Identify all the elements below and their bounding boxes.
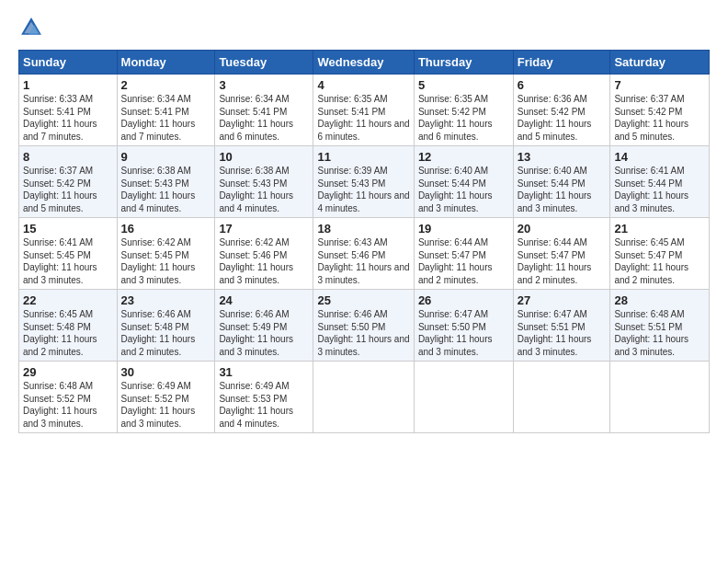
day-of-week-saturday: Saturday xyxy=(610,51,710,75)
cell-sunrise: Sunrise: 6:49 AMSunset: 5:52 PMDaylight:… xyxy=(121,381,196,429)
day-number: 3 xyxy=(219,78,309,92)
day-number: 16 xyxy=(121,222,211,236)
cell-sunrise: Sunrise: 6:42 AMSunset: 5:46 PMDaylight:… xyxy=(219,237,293,285)
cell-sunrise: Sunrise: 6:41 AMSunset: 5:44 PMDaylight:… xyxy=(614,166,688,213)
day-number: 4 xyxy=(317,78,409,92)
cell-sunrise: Sunrise: 6:44 AMSunset: 5:47 PMDaylight:… xyxy=(418,237,493,285)
day-number: 11 xyxy=(317,150,409,164)
day-number: 28 xyxy=(614,293,705,307)
calendar-cell-7: 7 Sunrise: 6:37 AMSunset: 5:42 PMDayligh… xyxy=(610,75,710,146)
calendar-cell-21: 21 Sunrise: 6:45 AMSunset: 5:47 PMDaylig… xyxy=(610,218,710,290)
day-of-week-sunday: Sunday xyxy=(19,51,118,75)
calendar-cell-17: 17 Sunrise: 6:42 AMSunset: 5:46 PMDaylig… xyxy=(215,218,313,290)
cell-sunrise: Sunrise: 6:46 AMSunset: 5:50 PMDaylight:… xyxy=(317,309,409,357)
cell-sunrise: Sunrise: 6:44 AMSunset: 5:47 PMDaylight:… xyxy=(518,237,592,285)
day-of-week-friday: Friday xyxy=(513,51,610,75)
day-number: 14 xyxy=(614,150,705,164)
calendar-cell-29: 29 Sunrise: 6:48 AMSunset: 5:52 PMDaylig… xyxy=(19,362,118,433)
cell-sunrise: Sunrise: 6:40 AMSunset: 5:44 PMDaylight:… xyxy=(518,166,592,213)
cell-sunrise: Sunrise: 6:38 AMSunset: 5:43 PMDaylight:… xyxy=(219,166,293,213)
calendar-cell-22: 22 Sunrise: 6:45 AMSunset: 5:48 PMDaylig… xyxy=(19,290,118,362)
logo xyxy=(18,15,48,40)
day-number: 18 xyxy=(317,222,409,236)
day-number: 27 xyxy=(518,293,607,307)
week-row-3: 15 Sunrise: 6:41 AMSunset: 5:45 PMDaylig… xyxy=(19,218,710,290)
day-number: 5 xyxy=(418,78,509,92)
calendar-cell-12: 12 Sunrise: 6:40 AMSunset: 5:44 PMDaylig… xyxy=(414,146,513,218)
week-row-5: 29 Sunrise: 6:48 AMSunset: 5:52 PMDaylig… xyxy=(19,362,710,433)
calendar-cell-26: 26 Sunrise: 6:47 AMSunset: 5:50 PMDaylig… xyxy=(414,290,513,362)
day-number: 2 xyxy=(121,78,211,92)
day-number: 7 xyxy=(614,78,705,92)
day-number: 31 xyxy=(219,365,309,379)
cell-sunrise: Sunrise: 6:43 AMSunset: 5:46 PMDaylight:… xyxy=(317,237,409,285)
calendar-cell-30: 30 Sunrise: 6:49 AMSunset: 5:52 PMDaylig… xyxy=(117,362,215,433)
calendar-cell-16: 16 Sunrise: 6:42 AMSunset: 5:45 PMDaylig… xyxy=(117,218,215,290)
calendar-cell-5: 5 Sunrise: 6:35 AMSunset: 5:42 PMDayligh… xyxy=(414,75,513,146)
day-number: 9 xyxy=(121,150,211,164)
calendar-header-row: SundayMondayTuesdayWednesdayThursdayFrid… xyxy=(19,51,710,75)
cell-sunrise: Sunrise: 6:34 AMSunset: 5:41 PMDaylight:… xyxy=(121,94,196,142)
cell-sunrise: Sunrise: 6:35 AMSunset: 5:42 PMDaylight:… xyxy=(418,94,493,142)
day-number: 10 xyxy=(219,150,309,164)
week-row-1: 1 Sunrise: 6:33 AMSunset: 5:41 PMDayligh… xyxy=(19,75,710,146)
calendar-table: SundayMondayTuesdayWednesdayThursdayFrid… xyxy=(18,50,710,433)
day-number: 17 xyxy=(219,222,309,236)
cell-sunrise: Sunrise: 6:41 AMSunset: 5:45 PMDaylight:… xyxy=(23,237,97,285)
cell-sunrise: Sunrise: 6:49 AMSunset: 5:53 PMDaylight:… xyxy=(219,381,293,429)
calendar-cell-8: 8 Sunrise: 6:37 AMSunset: 5:42 PMDayligh… xyxy=(19,146,118,218)
cell-sunrise: Sunrise: 6:45 AMSunset: 5:47 PMDaylight:… xyxy=(614,237,688,285)
empty-cell xyxy=(313,362,414,433)
cell-sunrise: Sunrise: 6:39 AMSunset: 5:43 PMDaylight:… xyxy=(317,166,409,213)
day-number: 8 xyxy=(23,150,113,164)
cell-sunrise: Sunrise: 6:42 AMSunset: 5:45 PMDaylight:… xyxy=(121,237,196,285)
header xyxy=(18,15,710,40)
day-number: 20 xyxy=(518,222,607,236)
cell-sunrise: Sunrise: 6:47 AMSunset: 5:51 PMDaylight:… xyxy=(518,309,592,357)
day-number: 30 xyxy=(121,365,211,379)
calendar-cell-31: 31 Sunrise: 6:49 AMSunset: 5:53 PMDaylig… xyxy=(215,362,313,433)
calendar-cell-18: 18 Sunrise: 6:43 AMSunset: 5:46 PMDaylig… xyxy=(313,218,414,290)
day-of-week-monday: Monday xyxy=(117,51,215,75)
calendar-cell-28: 28 Sunrise: 6:48 AMSunset: 5:51 PMDaylig… xyxy=(610,290,710,362)
day-number: 24 xyxy=(219,293,309,307)
calendar-cell-9: 9 Sunrise: 6:38 AMSunset: 5:43 PMDayligh… xyxy=(117,146,215,218)
day-number: 29 xyxy=(23,365,113,379)
empty-cell xyxy=(513,362,610,433)
day-of-week-thursday: Thursday xyxy=(414,51,513,75)
day-number: 12 xyxy=(418,150,509,164)
calendar-cell-2: 2 Sunrise: 6:34 AMSunset: 5:41 PMDayligh… xyxy=(117,75,215,146)
week-row-2: 8 Sunrise: 6:37 AMSunset: 5:42 PMDayligh… xyxy=(19,146,710,218)
empty-cell xyxy=(610,362,710,433)
calendar-cell-13: 13 Sunrise: 6:40 AMSunset: 5:44 PMDaylig… xyxy=(513,146,610,218)
day-number: 19 xyxy=(418,222,509,236)
cell-sunrise: Sunrise: 6:47 AMSunset: 5:50 PMDaylight:… xyxy=(418,309,493,357)
calendar-cell-3: 3 Sunrise: 6:34 AMSunset: 5:41 PMDayligh… xyxy=(215,75,313,146)
cell-sunrise: Sunrise: 6:40 AMSunset: 5:44 PMDaylight:… xyxy=(418,166,493,213)
day-number: 15 xyxy=(23,222,113,236)
cell-sunrise: Sunrise: 6:34 AMSunset: 5:41 PMDaylight:… xyxy=(219,94,293,142)
calendar-cell-23: 23 Sunrise: 6:46 AMSunset: 5:48 PMDaylig… xyxy=(117,290,215,362)
calendar-cell-1: 1 Sunrise: 6:33 AMSunset: 5:41 PMDayligh… xyxy=(19,75,118,146)
calendar-cell-15: 15 Sunrise: 6:41 AMSunset: 5:45 PMDaylig… xyxy=(19,218,118,290)
calendar-cell-25: 25 Sunrise: 6:46 AMSunset: 5:50 PMDaylig… xyxy=(313,290,414,362)
cell-sunrise: Sunrise: 6:35 AMSunset: 5:41 PMDaylight:… xyxy=(317,94,409,142)
calendar-cell-10: 10 Sunrise: 6:38 AMSunset: 5:43 PMDaylig… xyxy=(215,146,313,218)
day-number: 22 xyxy=(23,293,113,307)
cell-sunrise: Sunrise: 6:33 AMSunset: 5:41 PMDaylight:… xyxy=(23,94,97,142)
day-number: 23 xyxy=(121,293,211,307)
cell-sunrise: Sunrise: 6:37 AMSunset: 5:42 PMDaylight:… xyxy=(614,94,688,142)
cell-sunrise: Sunrise: 6:48 AMSunset: 5:51 PMDaylight:… xyxy=(614,309,688,357)
day-number: 21 xyxy=(614,222,705,236)
page: SundayMondayTuesdayWednesdayThursdayFrid… xyxy=(0,0,728,563)
cell-sunrise: Sunrise: 6:46 AMSunset: 5:49 PMDaylight:… xyxy=(219,309,293,357)
calendar-cell-19: 19 Sunrise: 6:44 AMSunset: 5:47 PMDaylig… xyxy=(414,218,513,290)
cell-sunrise: Sunrise: 6:37 AMSunset: 5:42 PMDaylight:… xyxy=(23,166,97,213)
week-row-4: 22 Sunrise: 6:45 AMSunset: 5:48 PMDaylig… xyxy=(19,290,710,362)
day-of-week-wednesday: Wednesday xyxy=(313,51,414,75)
day-number: 13 xyxy=(518,150,607,164)
cell-sunrise: Sunrise: 6:38 AMSunset: 5:43 PMDaylight:… xyxy=(121,166,196,213)
cell-sunrise: Sunrise: 6:48 AMSunset: 5:52 PMDaylight:… xyxy=(23,381,97,429)
calendar-cell-24: 24 Sunrise: 6:46 AMSunset: 5:49 PMDaylig… xyxy=(215,290,313,362)
cell-sunrise: Sunrise: 6:45 AMSunset: 5:48 PMDaylight:… xyxy=(23,309,97,357)
